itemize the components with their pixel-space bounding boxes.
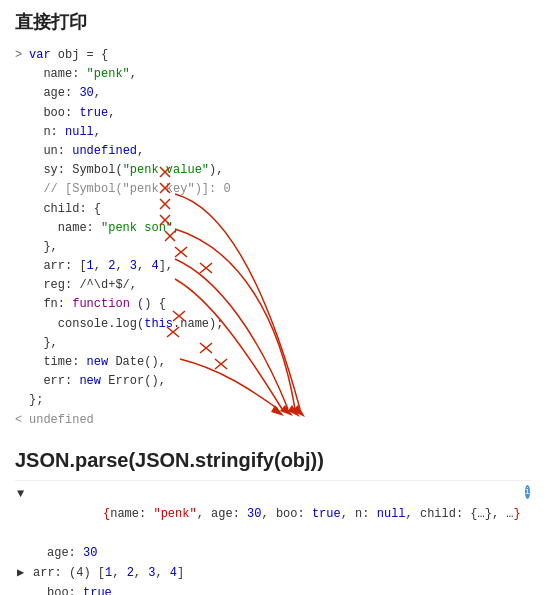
toggle: [15, 142, 29, 161]
line-content: fn: function () {: [29, 295, 531, 314]
code-line: > var obj = {: [15, 46, 531, 65]
line-content: arr: [1, 2, 3, 4],: [29, 257, 531, 276]
code-line-undefined: < undefined: [15, 411, 531, 430]
toggle: [15, 161, 29, 180]
code-line: },: [15, 334, 531, 353]
no-arrow: ▶: [17, 584, 31, 595]
line-content: name: "penk",: [29, 65, 531, 84]
code-line: },: [15, 238, 531, 257]
toggle: [15, 353, 29, 372]
expand-arrow-arr[interactable]: ▶: [17, 564, 31, 584]
line-content: boo: true,: [29, 104, 531, 123]
code-line: time: new Date(),: [15, 353, 531, 372]
code-line: name: "penk",: [15, 65, 531, 84]
code-line: };: [15, 391, 531, 410]
dev-line-age: ▶ age: 30: [15, 544, 531, 564]
code-line: n: null,: [15, 123, 531, 142]
toggle: [15, 219, 29, 238]
info-icon[interactable]: i: [525, 485, 530, 499]
section2-title: JSON.parse(JSON.stringify(obj)): [15, 449, 531, 472]
line-content: },: [29, 238, 531, 257]
toggle: [15, 315, 29, 334]
code-line: un: undefined,: [15, 142, 531, 161]
line-content: reg: /^\d+$/,: [29, 276, 531, 295]
line-content: console.log(this.name);: [29, 315, 531, 334]
line-content: },: [29, 334, 531, 353]
code-line: age: 30,: [15, 84, 531, 103]
root-content: {name: "penk", age: 30, boo: true, n: nu…: [31, 485, 521, 544]
section1-code: > var obj = { name: "penk", age: 30, boo…: [15, 42, 531, 434]
toggle: [15, 65, 29, 84]
code-line: reg: /^\d+$/,: [15, 276, 531, 295]
section1: 直接打印 > var obj = { name: "penk", age: 30…: [15, 10, 531, 434]
line-content: time: new Date(),: [29, 353, 531, 372]
line-content: err: new Error(),: [29, 372, 531, 391]
toggle: [15, 295, 29, 314]
code-line: arr: [1, 2, 3, 4],: [15, 257, 531, 276]
prop-key: arr: (4) [1, 2, 3, 4]: [31, 564, 184, 584]
section1-title: 直接打印: [15, 10, 531, 34]
toggle: [15, 200, 29, 219]
line-content: sy: Symbol("penk value"),: [29, 161, 531, 180]
toggle: <: [15, 411, 29, 430]
devtools-output: ▼ {name: "penk", age: 30, boo: true, n: …: [15, 480, 531, 595]
code-line: // [Symbol("penk key")]: 0: [15, 180, 531, 199]
expand-arrow[interactable]: ▼: [17, 485, 31, 505]
line-content: age: 30,: [29, 84, 531, 103]
line-content: name: "penk son",: [29, 219, 531, 238]
code-line: boo: true,: [15, 104, 531, 123]
dev-line-arr: ▶ arr: (4) [1, 2, 3, 4]: [15, 564, 531, 584]
line-content: };: [29, 391, 531, 410]
no-arrow: ▶: [17, 544, 31, 564]
code-line: err: new Error(),: [15, 372, 531, 391]
line-content: var obj = {: [29, 46, 531, 65]
dev-line-root: ▼ {name: "penk", age: 30, boo: true, n: …: [15, 485, 531, 544]
line-content: un: undefined,: [29, 142, 531, 161]
toggle: [15, 104, 29, 123]
page-wrapper: 直接打印 > var obj = { name: "penk", age: 30…: [15, 10, 531, 595]
code-line: fn: function () {: [15, 295, 531, 314]
line-content: // [Symbol("penk key")]: 0: [29, 180, 531, 199]
toggle: [15, 257, 29, 276]
toggle: [15, 238, 29, 257]
line-content: child: {: [29, 200, 531, 219]
prop-key: age: 30: [31, 544, 97, 564]
toggle: [15, 84, 29, 103]
section2: JSON.parse(JSON.stringify(obj)) ▼ {name:…: [15, 449, 531, 595]
toggle: [15, 391, 29, 410]
toggle[interactable]: >: [15, 46, 29, 65]
toggle: [15, 334, 29, 353]
line-content: n: null,: [29, 123, 531, 142]
code-line: name: "penk son",: [15, 219, 531, 238]
toggle: [15, 123, 29, 142]
toggle: [15, 180, 29, 199]
line-content: undefined: [29, 411, 531, 430]
code-line: child: {: [15, 200, 531, 219]
dev-line-boo: ▶ boo: true: [15, 584, 531, 595]
code-line: sy: Symbol("penk value"),: [15, 161, 531, 180]
toggle: [15, 276, 29, 295]
code-line: console.log(this.name);: [15, 315, 531, 334]
toggle: [15, 372, 29, 391]
prop-key: boo: true: [31, 584, 112, 595]
